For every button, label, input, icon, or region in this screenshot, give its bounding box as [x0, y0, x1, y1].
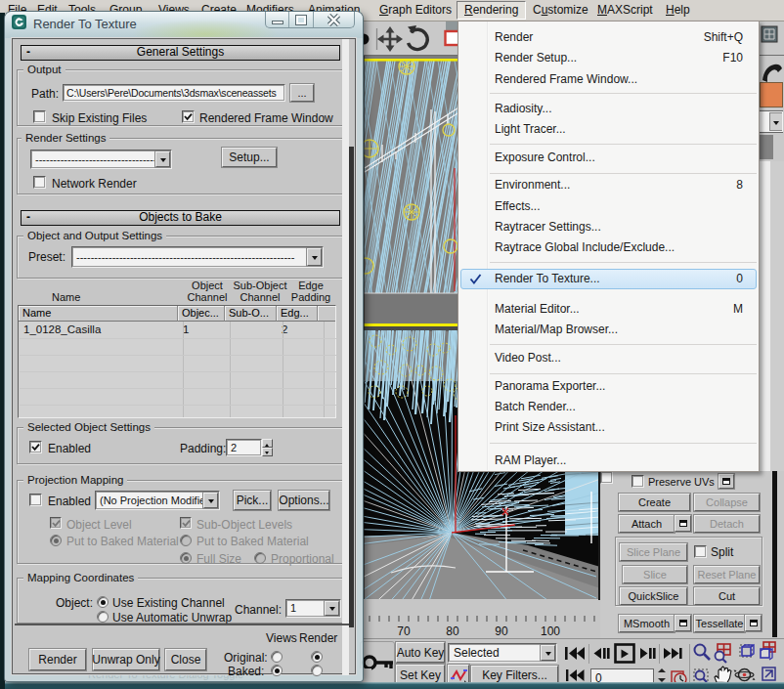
svg-text:80: 80	[446, 624, 459, 638]
svg-text:70: 70	[397, 624, 411, 638]
svg-text:90: 90	[495, 624, 508, 638]
svg-text:100: 100	[541, 624, 560, 638]
